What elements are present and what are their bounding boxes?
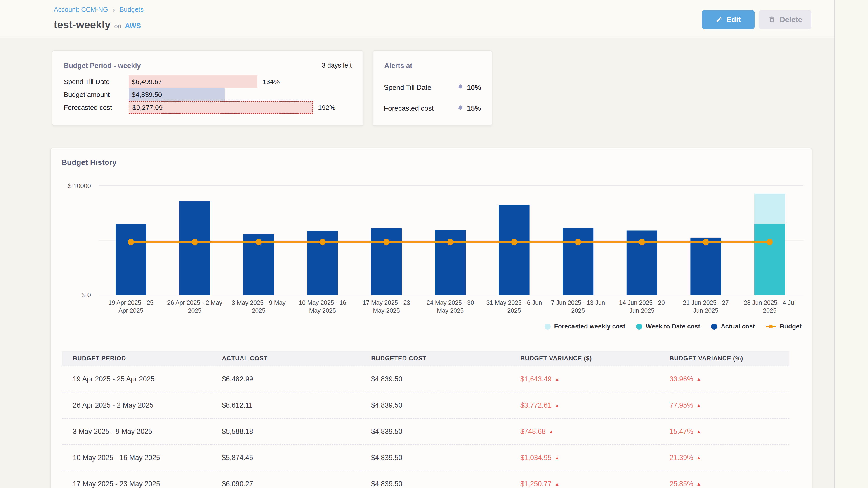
actual-cost-bar[interactable] [690, 238, 721, 295]
table-row: 10 May 2025 - 16 May 2025$5,874.45$4,839… [62, 445, 789, 471]
cell-budget-period: 17 May 2025 - 23 May 2025 [62, 471, 211, 488]
summary-bar-track: $9,277.09192% [129, 101, 353, 114]
budget-line-marker[interactable] [575, 238, 581, 246]
cell-variance-pct: 21.39%▲ [659, 445, 789, 471]
x-axis-label: 31 May 2025 - 6 Jun [487, 299, 542, 306]
summary-row-label: Forecasted cost [64, 104, 129, 111]
trash-icon [768, 16, 776, 23]
cell-budgeted-cost: $4,839.50 [361, 418, 510, 445]
x-axis-label: 2025 [763, 307, 776, 314]
budget-period-rows: Spend Till Date$6,499.67134%Budget amoun… [64, 75, 353, 114]
breadcrumb-account-link[interactable]: Account: CCM-NG [54, 6, 108, 13]
variance-up-icon: ▲ [555, 402, 559, 408]
cell-actual-cost: $6,090.27 [211, 471, 361, 488]
table-row: 3 May 2025 - 9 May 2025$5,588.18$4,839.5… [62, 418, 789, 445]
table-header-row: BUDGET PERIODACTUAL COSTBUDGETED COSTBUD… [62, 351, 789, 366]
delete-button[interactable]: Delete [759, 10, 811, 29]
alert-rows: Spend Till Date10%Forecasted cost15% [384, 80, 481, 122]
forecast-bar: $9,277.09 [129, 101, 313, 114]
legend-item-week-to-date-cost[interactable]: Week to Date cost [636, 323, 700, 330]
legend-label: Week to Date cost [646, 323, 700, 330]
breadcrumb: Account: CCM-NG › Budgets [54, 6, 144, 13]
platform-label: AWS [125, 22, 141, 30]
cell-budget-period: 10 May 2025 - 16 May 2025 [62, 445, 211, 471]
variance-up-icon: ▲ [549, 429, 554, 434]
cell-variance-usd: $3,772.61▲ [510, 392, 659, 418]
budget-period-title: Budget Period - weekly [64, 62, 141, 70]
budget-variance-table: BUDGET PERIODACTUAL COSTBUDGETED COSTBUD… [62, 351, 789, 488]
variance-up-icon: ▲ [555, 481, 559, 486]
variance-up-icon: ▲ [555, 455, 559, 460]
legend-item-budget[interactable]: Budget [766, 323, 802, 330]
variance-up-icon: ▲ [696, 429, 701, 434]
x-axis-label: 14 Jun 2025 - 20 [619, 299, 665, 306]
summary-row-label: Spend Till Date [64, 78, 129, 86]
legend-label: Actual cost [721, 323, 755, 330]
budget-line-marker[interactable] [511, 238, 517, 246]
legend-circle-swatch [711, 324, 717, 330]
cell-budgeted-cost: $4,839.50 [361, 445, 510, 471]
bell-icon [457, 84, 464, 92]
x-axis-label: 26 Apr 2025 - 2 May [167, 299, 222, 306]
actual-cost-bar[interactable] [180, 201, 210, 295]
actual-cost-bar[interactable] [371, 228, 402, 295]
variance-up-icon: ▲ [555, 377, 559, 382]
actual-cost-bar[interactable] [116, 224, 146, 295]
summary-bar-track: $6,499.67134% [129, 75, 353, 88]
bell-icon [457, 105, 464, 112]
y-axis-tick-label: $ 10000 [68, 182, 91, 189]
x-axis-label: 10 May 2025 - 16 [299, 299, 346, 306]
x-axis-label: 2025 [571, 307, 585, 314]
days-left-label: 3 days left [322, 62, 352, 69]
budget-line-marker[interactable] [447, 238, 453, 246]
cell-budgeted-cost: $4,839.50 [361, 366, 510, 392]
budget-line-marker[interactable] [256, 238, 261, 246]
variance-up-icon: ▲ [696, 481, 701, 486]
week-to-date-cost-bar[interactable] [754, 224, 785, 295]
budget-line-marker[interactable] [639, 238, 645, 246]
actual-cost-bar[interactable] [499, 205, 530, 295]
legend-item-actual-cost[interactable]: Actual cost [711, 323, 755, 330]
alert-row: Forecasted cost15% [384, 101, 481, 116]
summary-row-forecast: Forecasted cost$9,277.09192% [64, 101, 353, 114]
column-header: BUDGET VARIANCE ($) [510, 351, 659, 366]
alerts-card: Alerts at Spend Till Date10%Forecasted c… [373, 51, 492, 126]
alert-row-label: Forecasted cost [384, 104, 434, 112]
summary-bar-value: $6,499.67 [129, 78, 162, 86]
cell-budgeted-cost: $4,839.50 [361, 471, 510, 488]
budget-line-marker[interactable] [320, 238, 326, 246]
main-panel: Account: CCM-NG › Budgets test-weekly on… [0, 0, 834, 488]
edit-button[interactable]: Edit [702, 10, 754, 29]
cell-variance-pct: 33.96%▲ [659, 366, 789, 392]
forecasted-weekly-cost-bar[interactable] [754, 194, 785, 224]
breadcrumb-budgets-link[interactable]: Budgets [120, 6, 144, 13]
column-header: BUDGETED COST [361, 351, 510, 366]
budget-line-marker[interactable] [192, 238, 198, 246]
budget-line-marker[interactable] [383, 238, 389, 246]
chevron-right-icon: › [113, 6, 115, 13]
page-title: test-weekly [54, 19, 111, 31]
table-row: 17 May 2025 - 23 May 2025$6,090.27$4,839… [62, 471, 789, 488]
summary-row-spend: Spend Till Date$6,499.67134% [64, 75, 353, 88]
title-conjunction: on [114, 23, 121, 30]
cell-actual-cost: $5,588.18 [211, 418, 361, 445]
x-axis-label: 28 Jun 2025 - 4 Jul [744, 299, 796, 306]
variance-up-icon: ▲ [696, 377, 701, 382]
cell-variance-pct: 15.47%▲ [659, 418, 789, 445]
x-axis-label: 2025 [507, 307, 521, 314]
legend-label: Budget [780, 323, 802, 330]
cell-actual-cost: $8,612.11 [211, 392, 361, 418]
budget-line-marker[interactable] [767, 238, 773, 246]
cell-actual-cost: $6,482.99 [211, 366, 361, 392]
legend-circle-swatch [545, 324, 551, 330]
actual-cost-bar[interactable] [563, 228, 593, 295]
summary-bar-track: $4,839.50 [129, 88, 353, 101]
legend-item-forecasted-weekly-cost[interactable]: Forecasted weekly cost [545, 323, 625, 330]
cell-budget-period: 3 May 2025 - 9 May 2025 [62, 418, 211, 445]
budget-line-marker[interactable] [703, 238, 709, 246]
chart-legend: Forecasted weekly costWeek to Date costA… [545, 323, 802, 330]
summary-bar-value: $9,277.09 [129, 104, 162, 111]
summary-bar-percent: 192% [318, 104, 336, 111]
budget-line-marker[interactable] [128, 238, 134, 246]
budget-history-card: $ 10000$ 019 Apr 2025 - 25Apr 202526 Apr… [50, 148, 812, 488]
